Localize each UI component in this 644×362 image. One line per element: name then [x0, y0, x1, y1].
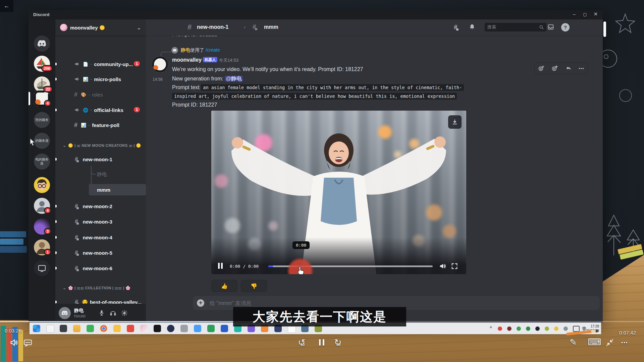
annotate-pencil-button[interactable]: ✎ — [570, 337, 577, 348]
add-reaction-icon[interactable] — [538, 65, 545, 72]
user-mention[interactable]: @静电 — [225, 76, 243, 81]
exit-fullscreen-button[interactable] — [606, 339, 614, 347]
pause-button[interactable] — [318, 339, 325, 347]
channel-roles[interactable]: # 🎨 · roles — [58, 89, 143, 100]
embed-fullscreen-icon[interactable] — [451, 262, 458, 270]
embed-pause-button[interactable] — [217, 263, 223, 270]
announcement-icon — [74, 107, 80, 113]
breadcrumb-parent-channel[interactable]: new-moon-1 — [197, 24, 228, 30]
start-button[interactable] — [33, 325, 40, 332]
author-name[interactable]: moonvalley — [172, 57, 202, 63]
download-button[interactable] — [448, 115, 462, 129]
reply-avatar[interactable] — [171, 47, 178, 54]
tray-icon[interactable] — [526, 326, 530, 331]
channel-new-moon-6[interactable]: # new-moon-6 — [58, 262, 143, 274]
more-actions-icon[interactable]: ••• — [579, 66, 584, 71]
chalk-star — [614, 13, 636, 34]
taskbar-app-icon[interactable] — [113, 325, 121, 332]
embed-volume-icon[interactable] — [439, 262, 447, 270]
discord-home-button[interactable] — [34, 36, 50, 52]
player-volume-icon[interactable] — [9, 338, 19, 347]
maximize-button[interactable]: ▢ — [580, 12, 590, 17]
channel-new-moon-5[interactable]: # new-moon-5 — [58, 247, 143, 258]
tray-notification-icon[interactable] — [573, 326, 580, 332]
add-super-reaction-icon[interactable] — [551, 65, 558, 72]
channel-badge: 1 — [134, 61, 140, 66]
notifications-bell-icon[interactable] — [469, 23, 476, 31]
thread-jingdian[interactable]: 静电 — [92, 169, 143, 180]
clock-time: 17:28 — [582, 324, 599, 328]
server-dropdown-chevron-icon[interactable]: ⌄ — [137, 24, 141, 31]
server-avatar-text-2[interactable]: 的服务器 — [34, 133, 50, 149]
taskbar-app-icon[interactable] — [140, 325, 148, 332]
reaction-thumbs-up[interactable]: 👍 — [211, 280, 237, 292]
slash-command-link[interactable]: /create — [206, 47, 220, 53]
channel-micro-polls[interactable]: 📊 · micro-polls — [58, 73, 143, 85]
breadcrumb-current-channel[interactable]: mmm — [264, 24, 278, 30]
tray-icon[interactable] — [517, 326, 521, 331]
taskbar-app-icon[interactable] — [127, 325, 134, 332]
tray-icon[interactable] — [564, 326, 568, 331]
taskbar-app-icon[interactable] — [87, 325, 94, 332]
minimize-button[interactable]: – — [569, 11, 579, 17]
microphone-icon[interactable] — [98, 310, 105, 316]
taskbar-folder-icon[interactable] — [73, 325, 80, 332]
threads-icon[interactable]: # — [454, 23, 458, 31]
reply-icon[interactable] — [565, 65, 572, 72]
headphones-icon[interactable] — [110, 310, 116, 316]
taskbar-app-icon[interactable] — [207, 325, 215, 332]
tray-icon[interactable] — [545, 326, 549, 331]
taskbar-search-icon[interactable] — [46, 325, 54, 333]
shelf-book — [0, 231, 26, 237]
taskbar-app-icon[interactable] — [194, 325, 201, 332]
taskbar-app-icon[interactable] — [60, 325, 67, 332]
player-more-button[interactable]: ••• — [621, 340, 628, 345]
channel-feature-poll[interactable]: # 📊 · feature-poll — [58, 119, 143, 131]
close-button[interactable]: ✕ — [591, 11, 601, 17]
keyboard-shortcuts-button[interactable]: ⌨ — [588, 337, 601, 348]
channel-new-moon-1[interactable]: # new-moon-1 — [58, 154, 143, 165]
user-avatar[interactable] — [59, 307, 71, 319]
tray-icon[interactable] — [554, 326, 558, 331]
player-subtitle-icon[interactable] — [23, 339, 32, 347]
channel-official-links[interactable]: 🌐 · official-links 1 — [58, 104, 143, 116]
tray-icon[interactable] — [498, 326, 502, 331]
channel-community-updates[interactable]: 📄 · community-up... 1 — [58, 58, 143, 70]
back-button[interactable]: ← — [0, 0, 13, 12]
taskbar-app-icon[interactable] — [167, 325, 174, 332]
taskbar-app-icon[interactable] — [180, 325, 188, 332]
tray-chevron-icon[interactable]: ^ — [490, 325, 492, 330]
rewind-10-button[interactable]: ↺ 10 — [298, 337, 306, 348]
taskbar-app-icon[interactable] — [154, 325, 161, 332]
user-name: 静电 — [74, 308, 86, 314]
channel-new-moon-4[interactable]: # new-moon-4 — [58, 232, 143, 243]
section-new-moon-creators[interactable]: ⌄ 🟡 | ⚌ NEW MOON CREATORS ⚌ | 🟡 — [58, 142, 143, 149]
video-embed[interactable]: 0:00 / 0:00 0:00 — [211, 111, 466, 274]
attach-plus-icon[interactable]: + — [197, 299, 204, 307]
reply-context[interactable]: 静电使用了 /create — [181, 47, 220, 53]
scrollbar-thumb[interactable] — [603, 21, 606, 37]
taskbar-app-icon[interactable] — [221, 325, 228, 332]
forward-30-button[interactable]: ↻ 30 — [334, 337, 342, 348]
tray-icon[interactable] — [535, 326, 540, 331]
server-avatar-text-3[interactable]: 电的服务器 — [34, 154, 50, 170]
section-collection[interactable]: ⌄ 🌸 | ⚌⚌ COLLECTION | ⚌⚌ | 🌸 — [58, 284, 143, 292]
server-avatar-boy[interactable] — [34, 177, 50, 193]
inbox-icon[interactable] — [547, 23, 554, 31]
server-header[interactable]: moonvalley 🟡 ⌄ — [55, 19, 146, 36]
bot-avatar[interactable] — [152, 56, 168, 72]
reaction-thumbs-down[interactable]: 👎 — [241, 280, 267, 292]
thread-mmm-selected[interactable]: mmm — [89, 184, 146, 195]
tray-icon[interactable] — [507, 326, 512, 331]
video-controls: 0:00 / 0:00 0:00 — [211, 261, 466, 272]
server-avatar-dark[interactable] — [34, 260, 50, 276]
message-timestamp: 今天14:53 — [219, 58, 238, 63]
help-icon[interactable]: ? — [561, 23, 570, 32]
channel-new-moon-3[interactable]: # new-moon-3 — [58, 216, 143, 227]
taskbar-chrome-icon[interactable] — [100, 325, 107, 332]
subtitle-text: 大家先去看一下啊这是 — [253, 308, 387, 325]
server-avatar-text-1[interactable]: 营的服务 — [34, 112, 50, 128]
channel-new-moon-2[interactable]: # new-moon-2 — [58, 200, 143, 212]
search-box[interactable]: 搜索 — [485, 23, 546, 32]
settings-gear-icon[interactable] — [121, 310, 128, 316]
